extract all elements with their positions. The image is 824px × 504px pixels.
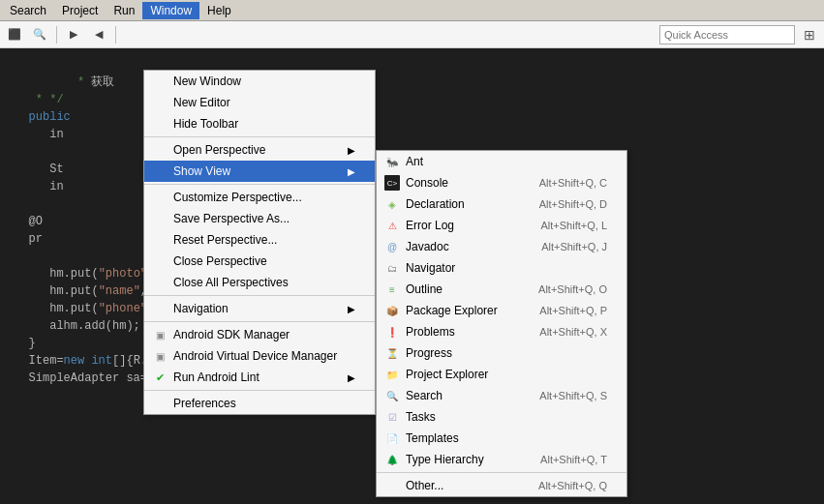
menu-reset-perspective[interactable]: Reset Perspective... xyxy=(144,229,375,251)
sv-navigator[interactable]: 🗂 Navigator xyxy=(377,257,626,279)
sv-package-explorer[interactable]: 📦 Package Explorer Alt+Shift+Q, P xyxy=(377,300,626,321)
open-perspective-arrow: ▶ xyxy=(348,145,355,156)
sv-tasks[interactable]: ☑ Tasks xyxy=(377,406,626,428)
lint-arrow: ▶ xyxy=(348,372,355,383)
save-perspective-icon xyxy=(152,211,168,226)
sv-other[interactable]: Other... Alt+Shift+Q, Q xyxy=(377,475,626,496)
menu-new-window[interactable]: New Window xyxy=(144,71,375,92)
sv-search[interactable]: 🔍 Search Alt+Shift+Q, S xyxy=(377,385,626,406)
sv-type-hierarchy[interactable]: 🌲 Type Hierarchy Alt+Shift+Q, T xyxy=(377,449,626,470)
menu-android-avd[interactable]: ▣ Android Virtual Device Manager xyxy=(144,345,375,367)
toolbar-btn-1[interactable]: ⬛ xyxy=(4,24,25,45)
project-explorer-icon: 📁 xyxy=(384,367,400,382)
declaration-shortcut: Alt+Shift+Q, D xyxy=(520,198,607,210)
console-icon: C> xyxy=(384,175,400,191)
menu-open-perspective[interactable]: Open Perspective ▶ xyxy=(144,139,375,161)
menu-preferences[interactable]: Preferences xyxy=(144,393,375,414)
menu-new-editor[interactable]: New Editor xyxy=(144,92,375,113)
sv-console[interactable]: C> Console Alt+Shift+Q, C xyxy=(377,172,626,193)
preferences-icon xyxy=(152,396,168,411)
menu-navigation[interactable]: Navigation ▶ xyxy=(144,298,375,319)
show-view-icon xyxy=(152,163,168,179)
menu-save-perspective[interactable]: Save Perspective As... xyxy=(144,208,375,229)
console-shortcut: Alt+Shift+Q, C xyxy=(520,177,607,189)
error-log-shortcut: Alt+Shift+Q, L xyxy=(522,220,607,231)
lint-icon: ✔ xyxy=(152,370,168,385)
error-log-icon: ⚠ xyxy=(384,218,400,233)
menubar: Search Project Run Window Help xyxy=(0,0,824,21)
toolbar-btn-4[interactable]: ◀ xyxy=(88,24,109,45)
search-shortcut: Alt+Shift+Q, S xyxy=(520,390,607,401)
menu-run-lint[interactable]: ✔ Run Android Lint ▶ xyxy=(144,367,375,388)
close-perspective-icon xyxy=(152,253,168,269)
sep-1 xyxy=(144,136,375,137)
sv-sep xyxy=(377,472,626,473)
menu-show-view[interactable]: Show View ▶ xyxy=(144,161,375,182)
problems-shortcut: Alt+Shift+Q, X xyxy=(520,326,607,338)
menu-android-sdk[interactable]: ▣ Android SDK Manager xyxy=(144,324,375,345)
showview-submenu: 🐜 Ant C> Console Alt+Shift+Q, C ◈ Declar… xyxy=(376,150,627,497)
javadoc-icon: @ xyxy=(384,239,400,254)
sv-templates[interactable]: 📄 Templates xyxy=(377,428,626,449)
sv-declaration[interactable]: ◈ Declaration Alt+Shift+Q, D xyxy=(377,193,626,215)
menu-close-all-perspectives[interactable]: Close All Perspectives xyxy=(144,272,375,293)
menu-close-perspective[interactable]: Close Perspective xyxy=(144,251,375,272)
main-area: * 获取 * */ public in St in @O pr hm.put("… xyxy=(0,48,824,504)
progress-icon: ⏳ xyxy=(384,345,400,361)
close-all-icon xyxy=(152,275,168,290)
outline-shortcut: Alt+Shift+Q, O xyxy=(519,283,607,295)
type-hierarchy-shortcut: Alt+Shift+Q, T xyxy=(521,454,607,465)
other-shortcut: Alt+Shift+Q, Q xyxy=(519,480,607,491)
problems-icon: ❗ xyxy=(384,324,400,340)
menu-window[interactable]: Window xyxy=(142,2,199,19)
javadoc-shortcut: Alt+Shift+Q, J xyxy=(522,241,607,252)
outline-icon: ≡ xyxy=(384,282,400,297)
other-icon xyxy=(384,478,400,493)
sep-2 xyxy=(144,184,375,185)
menu-project[interactable]: Project xyxy=(54,2,106,19)
navigator-icon: 🗂 xyxy=(384,260,400,276)
sep-5 xyxy=(144,390,375,391)
quick-access-container[interactable] xyxy=(659,25,795,44)
menu-search[interactable]: Search xyxy=(2,2,54,19)
menu-customize-perspective[interactable]: Customize Perspective... xyxy=(144,187,375,208)
quick-access-input[interactable] xyxy=(664,29,790,41)
sv-progress[interactable]: ⏳ Progress xyxy=(377,342,626,364)
perspective-open-btn[interactable]: ⊞ xyxy=(799,24,820,45)
toolbar-btn-3[interactable]: ▶ xyxy=(63,24,84,45)
customize-perspective-icon xyxy=(152,190,168,205)
sv-ant[interactable]: 🐜 Ant xyxy=(377,151,626,172)
toolbar: ⬛ 🔍 ▶ ◀ ⊞ xyxy=(0,21,824,48)
type-hierarchy-icon: 🌲 xyxy=(384,452,400,467)
sv-error-log[interactable]: ⚠ Error Log Alt+Shift+Q, L xyxy=(377,215,626,236)
search-view-icon: 🔍 xyxy=(384,388,400,403)
sep-3 xyxy=(144,295,375,296)
menu-run[interactable]: Run xyxy=(106,2,142,19)
package-shortcut: Alt+Shift+Q, P xyxy=(520,305,607,316)
declaration-icon: ◈ xyxy=(384,196,400,212)
reset-perspective-icon xyxy=(152,232,168,248)
menu-help[interactable]: Help xyxy=(199,2,239,19)
sv-javadoc[interactable]: @ Javadoc Alt+Shift+Q, J xyxy=(377,236,626,257)
navigation-icon xyxy=(152,301,168,316)
sv-outline[interactable]: ≡ Outline Alt+Shift+Q, O xyxy=(377,279,626,300)
android-sdk-icon: ▣ xyxy=(152,327,168,342)
new-editor-icon xyxy=(152,95,168,110)
menu-hide-toolbar[interactable]: Hide Toolbar xyxy=(144,113,375,134)
package-explorer-icon: 📦 xyxy=(384,303,400,318)
navigation-arrow: ▶ xyxy=(348,304,355,314)
sep-4 xyxy=(144,321,375,322)
sv-problems[interactable]: ❗ Problems Alt+Shift+Q, X xyxy=(377,321,626,342)
android-avd-icon: ▣ xyxy=(152,348,168,364)
show-view-arrow: ▶ xyxy=(348,166,355,177)
new-window-icon xyxy=(152,74,168,89)
toolbar-separator-2 xyxy=(115,26,116,44)
ant-icon: 🐜 xyxy=(384,154,400,169)
open-perspective-icon xyxy=(152,142,168,158)
toolbar-btn-2[interactable]: 🔍 xyxy=(29,24,50,45)
sv-project-explorer[interactable]: 📁 Project Explorer xyxy=(377,364,626,385)
tasks-icon: ☑ xyxy=(384,409,400,425)
templates-icon: 📄 xyxy=(384,430,400,446)
toolbar-separator-1 xyxy=(56,26,57,44)
hide-toolbar-icon xyxy=(152,116,168,132)
